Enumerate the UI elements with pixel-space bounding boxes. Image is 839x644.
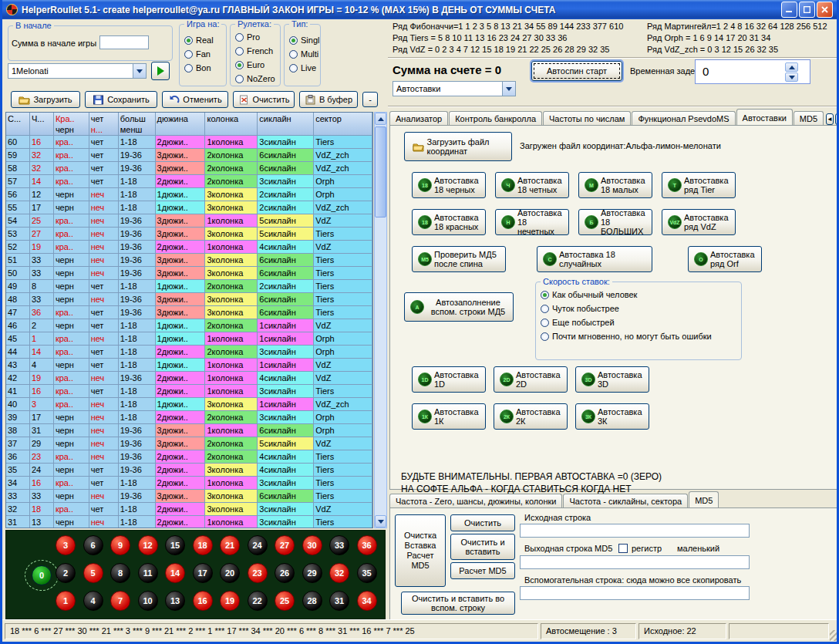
table-row[interactable]: 5612черннеч1-181дюжи..3колонка2сиклайнOr… bbox=[6, 188, 372, 201]
table-row[interactable]: 3416кра..чет1-182дюжи..1колонка3сиклайнT… bbox=[6, 477, 372, 490]
tab-md5[interactable]: MD5 bbox=[794, 111, 824, 125]
board-number-25[interactable]: 25 bbox=[275, 591, 295, 611]
spin-up-icon[interactable] bbox=[785, 62, 798, 72]
load-coordinates-button[interactable]: Загрузить файл координат bbox=[404, 132, 512, 161]
scroll-up-icon[interactable] bbox=[375, 113, 386, 125]
board-number-35[interactable]: 35 bbox=[357, 563, 377, 583]
board-number-7[interactable]: 7 bbox=[110, 591, 130, 611]
mode-combobox[interactable]: Автоставки bbox=[393, 81, 516, 96]
table-row[interactable]: 3113черннеч1-182дюжи..1колонка3сиклайнTi… bbox=[6, 516, 372, 528]
board-number-11[interactable]: 11 bbox=[138, 563, 158, 583]
radio-option[interactable]: Singl bbox=[289, 34, 320, 46]
table-row[interactable]: 5425кра..неч19-363дюжи..1колонка5сиклайн… bbox=[6, 214, 372, 228]
table-row[interactable]: 5133черннеч19-363дюжи..3колонка6сиклайнT… bbox=[6, 254, 372, 267]
board-number-10[interactable]: 10 bbox=[138, 591, 158, 611]
tab-bankroll[interactable]: Контроль банкролла bbox=[449, 111, 542, 125]
tab-freq-sectors[interactable]: Частота - сиклайны, сектора bbox=[563, 494, 688, 507]
radio-option[interactable]: Почти мгновенно, но могут быть ошибки bbox=[541, 330, 741, 342]
table-row[interactable]: 5219кра..неч19-362дюжи..1колонка4сиклайн… bbox=[6, 241, 372, 254]
radio-option[interactable]: Чуток побыстрее bbox=[541, 302, 741, 315]
board-number-2[interactable]: 2 bbox=[56, 563, 76, 583]
radio-option[interactable]: Как обычный человек bbox=[541, 288, 741, 301]
tab-autobets[interactable]: Автоставки bbox=[736, 109, 793, 125]
combo-dropdown-icon[interactable] bbox=[133, 64, 146, 78]
board-number-24[interactable]: 24 bbox=[248, 535, 268, 555]
column-header[interactable]: колонка bbox=[205, 113, 258, 136]
radio-option[interactable]: Fan bbox=[184, 48, 226, 60]
table-row[interactable]: 498чернчет1-181дюжи..2колонка2сиклайнTie… bbox=[6, 280, 372, 293]
radio-option[interactable]: Pro bbox=[235, 31, 280, 43]
radio-option[interactable]: Euro bbox=[235, 59, 280, 71]
column-header[interactable]: С... bbox=[6, 113, 30, 136]
board-number-8[interactable]: 8 bbox=[110, 563, 130, 583]
column-header[interactable]: сектор bbox=[314, 113, 372, 136]
board-number-5[interactable]: 5 bbox=[83, 563, 103, 583]
board-number-34[interactable]: 34 bbox=[357, 591, 377, 611]
autobet-button[interactable]: 18Автоставка 18 красных bbox=[412, 209, 486, 235]
autobet-button[interactable]: 1DАвтоставка 1D bbox=[412, 366, 486, 393]
autobet-button[interactable]: ТАвтоставка ряд Tier bbox=[662, 172, 736, 198]
scroll-thumb[interactable] bbox=[375, 126, 386, 217]
table-row[interactable]: 4219кра..неч19-362дюжи..1колонка4сиклайн… bbox=[6, 372, 372, 385]
board-number-28[interactable]: 28 bbox=[302, 591, 322, 611]
radio-option[interactable]: Live bbox=[289, 62, 320, 74]
table-row[interactable]: 4736кра..чет19-363дюжи..3колонка6сиклайн… bbox=[6, 306, 372, 319]
autobet-button[interactable]: 2КАвтоставка 2К bbox=[494, 403, 568, 430]
delay-value[interactable]: 0 bbox=[698, 62, 783, 81]
table-row[interactable]: 3729черннеч19-363дюжи..2колонка5сиклайнV… bbox=[6, 437, 372, 450]
table-row[interactable]: 4833черннеч19-363дюжи..3колонка6сиклайнT… bbox=[6, 293, 372, 306]
board-number-0[interactable]: 0 bbox=[32, 565, 52, 585]
combo-dropdown-icon[interactable] bbox=[502, 82, 515, 96]
table-row[interactable]: 5832кра..чет19-363дюжи..2колонка6сиклайн… bbox=[6, 162, 372, 175]
board-number-18[interactable]: 18 bbox=[193, 535, 213, 555]
autofill-md5-button[interactable]: A Автозаполнение вспом. строки МД5 bbox=[404, 292, 514, 322]
save-button[interactable]: Сохранить bbox=[85, 91, 157, 108]
board-number-15[interactable]: 15 bbox=[165, 535, 185, 555]
board-number-16[interactable]: 16 bbox=[193, 591, 213, 611]
board-number-22[interactable]: 22 bbox=[248, 591, 268, 611]
autobet-button[interactable]: 1КАвтоставка 1К bbox=[412, 403, 486, 430]
board-number-3[interactable]: 3 bbox=[56, 535, 76, 555]
table-row[interactable]: 3831черннеч19-363дюжи..1колонка6сиклайнO… bbox=[6, 424, 372, 437]
board-number-4[interactable]: 4 bbox=[83, 591, 103, 611]
autobet-button[interactable]: САвтоставка 18 случайных bbox=[537, 246, 652, 272]
autobet-button[interactable]: М5Проверить МД5 после спина bbox=[412, 246, 506, 272]
radio-option[interactable]: NoZero bbox=[235, 72, 280, 85]
clear-paste-calc-button[interactable]: Очистка Вставка Расчет MD5 bbox=[395, 514, 446, 587]
undo-button[interactable]: Отменить bbox=[162, 91, 228, 108]
table-row[interactable]: 3623кра..неч19-362дюжи..2колонка4сиклайн… bbox=[6, 450, 372, 464]
clear-button[interactable]: Очистить bbox=[233, 91, 295, 108]
table-row[interactable]: 5327кра..неч19-363дюжи..3колонка5сиклайн… bbox=[6, 228, 372, 241]
radio-option[interactable]: Multi bbox=[289, 48, 320, 60]
board-number-6[interactable]: 6 bbox=[83, 535, 103, 555]
board-number-33[interactable]: 33 bbox=[329, 535, 349, 555]
md5-clear-paste-aux-button[interactable]: Очистить и вставить во вспом. строку bbox=[401, 592, 515, 615]
load-button[interactable]: Загрузить bbox=[11, 91, 80, 108]
spin-down-icon[interactable] bbox=[785, 72, 798, 82]
column-header[interactable]: дюжина bbox=[156, 113, 206, 136]
table-row[interactable]: 5517черннеч1-181дюжи..3колонка2сиклайнVd… bbox=[6, 201, 372, 214]
board-number-21[interactable]: 21 bbox=[220, 535, 240, 555]
autobet-button[interactable]: 3DАвтоставка 3D bbox=[575, 366, 649, 393]
table-row[interactable]: 5932кра..чет19-363дюжи..2колонка6сиклайн… bbox=[6, 149, 372, 162]
autobet-button[interactable]: НАвтоставка 18 нечетных bbox=[495, 209, 569, 235]
table-row[interactable]: 434чернчет1-181дюжи..1колонка1сиклайнVdZ bbox=[6, 359, 372, 372]
board-number-26[interactable]: 26 bbox=[275, 563, 295, 583]
table-row[interactable]: 3333черннеч19-363дюжи..3колонка6сиклайнT… bbox=[6, 490, 372, 503]
column-header[interactable]: большменш bbox=[119, 113, 156, 136]
table-row[interactable]: 3524чернчет19-362дюжи..3колонка4сиклайнT… bbox=[6, 464, 372, 477]
profile-combobox[interactable]: 1Melonati bbox=[8, 63, 147, 79]
tab-analyzer[interactable]: Анализатор bbox=[389, 111, 448, 125]
autobet-button[interactable]: ЧАвтоставка 18 четных bbox=[495, 172, 569, 198]
autospin-start-button[interactable]: Автоспин старт bbox=[531, 61, 622, 81]
aux-string-input[interactable] bbox=[520, 586, 750, 600]
tab-psevdoms[interactable]: Функционал PsevdoMS bbox=[632, 111, 735, 125]
tab-md5-lower[interactable]: MD5 bbox=[689, 491, 719, 507]
board-number-31[interactable]: 31 bbox=[329, 591, 349, 611]
md5-clear-paste-button[interactable]: Очистить и вставить bbox=[450, 534, 515, 560]
radio-option[interactable]: French bbox=[235, 45, 280, 57]
board-number-9[interactable]: 9 bbox=[110, 535, 130, 555]
source-string-input[interactable] bbox=[520, 524, 750, 538]
table-row[interactable]: 3218кра..чет1-182дюжи..3колонка3сиклайнV… bbox=[6, 503, 372, 516]
run-button[interactable] bbox=[151, 62, 170, 80]
